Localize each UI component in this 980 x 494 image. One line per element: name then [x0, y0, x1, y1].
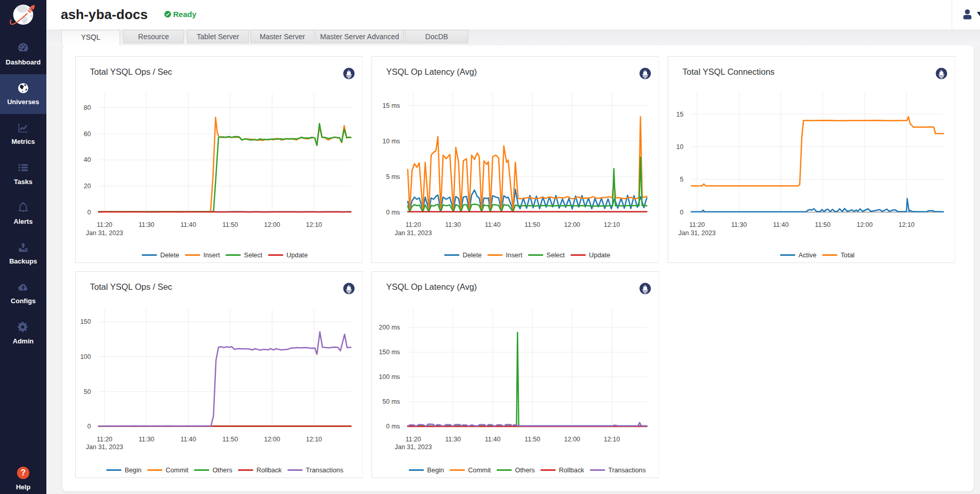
svg-text:11:50: 11:50	[815, 221, 830, 228]
svg-text:0 ms: 0 ms	[386, 209, 400, 216]
svg-text:Total: Total	[840, 251, 854, 259]
svg-text:Select: Select	[244, 251, 262, 259]
svg-text:Total YSQL Connections: Total YSQL Connections	[682, 67, 774, 76]
svg-text:Jan 31, 2023: Jan 31, 2023	[394, 443, 431, 451]
svg-text:Active: Active	[798, 251, 816, 259]
svg-text:11:40: 11:40	[180, 436, 196, 443]
svg-text:0: 0	[87, 423, 91, 430]
svg-text:Commit: Commit	[165, 466, 189, 474]
svg-text:YSQL Op Latency (Avg): YSQL Op Latency (Avg)	[386, 282, 477, 291]
svg-text:11:30: 11:30	[445, 221, 461, 228]
svg-text:Begin: Begin	[427, 466, 444, 474]
svg-text:5: 5	[680, 176, 683, 183]
svg-text:Jan 31, 2023: Jan 31, 2023	[678, 229, 715, 237]
svg-text:11:40: 11:40	[485, 436, 500, 443]
svg-text:Others: Others	[515, 466, 534, 474]
svg-text:Begin: Begin	[124, 466, 141, 474]
svg-text:11:50: 11:50	[222, 436, 238, 443]
svg-text:11:50: 11:50	[525, 436, 540, 443]
svg-text:0: 0	[87, 209, 91, 216]
svg-text:11:50: 11:50	[525, 221, 540, 228]
svg-text:11:40: 11:40	[485, 221, 500, 228]
svg-text:12:10: 12:10	[603, 221, 619, 228]
svg-text:150: 150	[80, 318, 91, 325]
svg-text:Update: Update	[286, 251, 308, 259]
svg-text:11:50: 11:50	[222, 221, 238, 228]
svg-text:12:00: 12:00	[564, 436, 580, 443]
svg-text:12:00: 12:00	[564, 221, 580, 228]
svg-text:Total YSQL Ops / Sec: Total YSQL Ops / Sec	[90, 67, 172, 76]
svg-text:5 ms: 5 ms	[386, 173, 400, 180]
svg-text:15: 15	[676, 111, 683, 118]
svg-text:11:30: 11:30	[139, 221, 154, 228]
svg-text:12:10: 12:10	[898, 221, 914, 228]
svg-text:Update: Update	[589, 251, 610, 259]
svg-text:12:00: 12:00	[856, 221, 872, 228]
svg-text:0: 0	[680, 209, 683, 216]
svg-text:Select: Select	[546, 251, 565, 259]
svg-text:11:40: 11:40	[773, 221, 788, 228]
svg-text:Commit: Commit	[468, 466, 491, 474]
svg-text:200 ms: 200 ms	[379, 324, 400, 331]
svg-text:YSQL Op Latency (Avg): YSQL Op Latency (Avg)	[386, 67, 477, 76]
svg-text:11:20: 11:20	[405, 436, 420, 443]
svg-text:11:20: 11:20	[405, 221, 420, 228]
svg-text:11:40: 11:40	[180, 221, 196, 228]
svg-text:60: 60	[83, 130, 91, 138]
svg-text:15 ms: 15 ms	[382, 102, 400, 109]
svg-text:Transactions: Transactions	[608, 466, 646, 474]
svg-text:80: 80	[83, 104, 91, 111]
svg-text:50 ms: 50 ms	[382, 398, 400, 405]
svg-text:10 ms: 10 ms	[382, 138, 400, 145]
svg-text:Total YSQL Ops / Sec: Total YSQL Ops / Sec	[90, 282, 172, 291]
svg-text:Rollback: Rollback	[559, 466, 584, 474]
svg-text:100: 100	[80, 353, 91, 360]
svg-text:Delete: Delete	[160, 251, 179, 259]
svg-text:Jan 31, 2023: Jan 31, 2023	[394, 229, 431, 237]
svg-text:40: 40	[83, 156, 91, 163]
svg-text:11:30: 11:30	[139, 436, 154, 443]
svg-text:11:20: 11:20	[689, 221, 704, 228]
svg-text:150 ms: 150 ms	[379, 349, 400, 356]
svg-text:Insert: Insert	[203, 251, 219, 259]
svg-text:Transactions: Transactions	[306, 466, 343, 474]
svg-text:12:00: 12:00	[264, 221, 280, 228]
svg-text:Jan 31, 2023: Jan 31, 2023	[86, 443, 123, 451]
svg-text:12:00: 12:00	[264, 436, 280, 443]
svg-text:11:30: 11:30	[731, 221, 747, 228]
svg-text:Jan 31, 2023: Jan 31, 2023	[86, 229, 123, 237]
svg-text:50: 50	[83, 388, 91, 396]
svg-text:11:20: 11:20	[96, 221, 112, 228]
svg-text:11:20: 11:20	[96, 436, 112, 443]
svg-text:Delete: Delete	[462, 251, 481, 259]
svg-text:20: 20	[83, 183, 91, 190]
svg-text:10: 10	[676, 143, 683, 151]
svg-text:0 ms: 0 ms	[386, 423, 400, 430]
svg-text:12:10: 12:10	[306, 436, 322, 443]
svg-text:Rollback: Rollback	[256, 466, 282, 474]
svg-text:Insert: Insert	[505, 251, 522, 259]
svg-text:12:10: 12:10	[306, 221, 322, 228]
svg-text:100 ms: 100 ms	[379, 373, 400, 381]
svg-text:Others: Others	[212, 466, 232, 474]
svg-text:11:30: 11:30	[445, 436, 461, 443]
svg-text:12:10: 12:10	[603, 436, 619, 443]
